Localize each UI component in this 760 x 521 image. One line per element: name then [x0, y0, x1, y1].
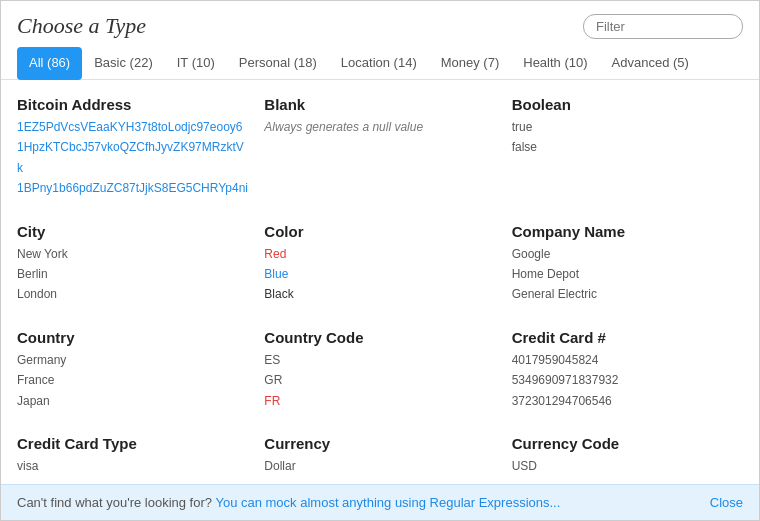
- card-item: Red: [264, 244, 495, 264]
- type-card[interactable]: Credit Card #401795904582453496909718379…: [512, 329, 743, 435]
- card-item: false: [512, 137, 743, 157]
- card-item: Black: [264, 284, 495, 304]
- card-item: Blue: [264, 264, 495, 284]
- tab-all[interactable]: All (86): [17, 47, 82, 80]
- filter-input[interactable]: [583, 14, 743, 39]
- card-item: Berlin: [17, 264, 248, 284]
- type-card[interactable]: Country CodeESGRFR: [264, 329, 495, 435]
- card-title: Country: [17, 329, 248, 346]
- tabs-bar: All (86)Basic (22)IT (10)Personal (18)Lo…: [1, 47, 759, 80]
- tab-personal[interactable]: Personal (18): [227, 47, 329, 80]
- card-title: Credit Card #: [512, 329, 743, 346]
- card-title: City: [17, 223, 248, 240]
- card-item: ES: [264, 350, 495, 370]
- card-item: Home Depot: [512, 264, 743, 284]
- tab-basic[interactable]: Basic (22): [82, 47, 165, 80]
- close-button[interactable]: Close: [710, 495, 743, 510]
- footer-link[interactable]: You can mock almost anything using Regul…: [215, 495, 560, 510]
- type-card[interactable]: CountryGermanyFranceJapan: [17, 329, 248, 435]
- card-title: Currency Code: [512, 435, 743, 452]
- type-card[interactable]: Bitcoin Address1EZ5PdVcsVEaaKYH37t8toLod…: [17, 96, 248, 223]
- card-item: Japan: [17, 391, 248, 411]
- card-item: 1EZ5PdVcsVEaaKYH37t8toLodjc97eooy6: [17, 117, 248, 137]
- card-item: GR: [264, 370, 495, 390]
- type-card[interactable]: Credit Card Typevisa: [17, 435, 248, 484]
- card-title: Company Name: [512, 223, 743, 240]
- header: Choose a Type: [1, 1, 759, 47]
- card-title: Country Code: [264, 329, 495, 346]
- card-item: France: [17, 370, 248, 390]
- card-item: Always generates a null value: [264, 117, 495, 137]
- card-item: 1BPny1b66pdZuZC87tJjkS8EG5CHRYp4ni: [17, 178, 248, 198]
- type-card[interactable]: CityNew YorkBerlinLondon: [17, 223, 248, 329]
- main-content: Bitcoin Address1EZ5PdVcsVEaaKYH37t8toLod…: [1, 80, 759, 484]
- card-item: 372301294706546: [512, 391, 743, 411]
- card-item: Germany: [17, 350, 248, 370]
- type-card[interactable]: Currency CodeUSD: [512, 435, 743, 484]
- tab-health[interactable]: Health (10): [511, 47, 599, 80]
- card-title: Credit Card Type: [17, 435, 248, 452]
- card-item: General Electric: [512, 284, 743, 304]
- card-title: Boolean: [512, 96, 743, 113]
- card-item: New York: [17, 244, 248, 264]
- card-item: FR: [264, 391, 495, 411]
- tab-money[interactable]: Money (7): [429, 47, 512, 80]
- type-card[interactable]: Booleantruefalse: [512, 96, 743, 223]
- type-card[interactable]: BlankAlways generates a null value: [264, 96, 495, 223]
- card-title: Color: [264, 223, 495, 240]
- footer-text: Can't find what you're looking for? You …: [17, 495, 560, 510]
- card-item: Dollar: [264, 456, 495, 476]
- type-card[interactable]: Company NameGoogleHome DepotGeneral Elec…: [512, 223, 743, 329]
- page-title: Choose a Type: [17, 13, 146, 39]
- card-title: Currency: [264, 435, 495, 452]
- tab-location[interactable]: Location (14): [329, 47, 429, 80]
- card-title: Blank: [264, 96, 495, 113]
- card-title: Bitcoin Address: [17, 96, 248, 113]
- tab-it[interactable]: IT (10): [165, 47, 227, 80]
- card-item: true: [512, 117, 743, 137]
- card-item: Google: [512, 244, 743, 264]
- card-item: USD: [512, 456, 743, 476]
- type-grid: Bitcoin Address1EZ5PdVcsVEaaKYH37t8toLod…: [17, 96, 743, 484]
- type-card[interactable]: CurrencyDollar: [264, 435, 495, 484]
- tab-advanced[interactable]: Advanced (5): [600, 47, 701, 80]
- card-item: London: [17, 284, 248, 304]
- footer-static-text: Can't find what you're looking for?: [17, 495, 212, 510]
- card-item: 5349690971837932: [512, 370, 743, 390]
- card-item: 1HpzKTCbcJ57vkoQZCfhJyvZK97MRzktVk: [17, 137, 248, 178]
- card-item: 4017959045824: [512, 350, 743, 370]
- card-item: visa: [17, 456, 248, 476]
- type-card[interactable]: ColorRedBlueBlack: [264, 223, 495, 329]
- footer-banner: Can't find what you're looking for? You …: [1, 484, 759, 520]
